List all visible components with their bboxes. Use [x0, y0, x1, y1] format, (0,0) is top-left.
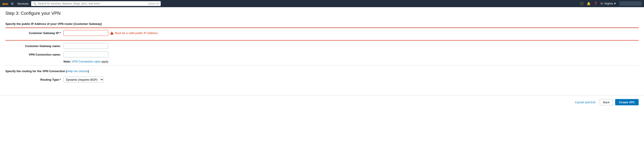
help-me-choose-link[interactable]: Help me choose	[67, 69, 88, 73]
vpn-connection-name-row: VPN Connection name:	[5, 51, 639, 58]
vpn-connection-name-label: VPN Connection name:	[5, 53, 64, 56]
top-navigation: aws ⊞ Services 🔍 [Option+S] ⬛ 🔔 ❓ N. Vir…	[0, 0, 644, 7]
routing-section-label: Specify the routing for the VPN Connecti…	[5, 69, 89, 73]
cancel-exit-button[interactable]: Cancel and Exit	[573, 99, 598, 105]
customer-gateway-ip-field-row: Customer Gateway IP:* Must be a valid pu…	[5, 30, 639, 36]
customer-gateway-name-label: Customer Gateway name:	[5, 44, 64, 48]
customer-gateway-ip-input[interactable]	[64, 30, 108, 36]
back-button[interactable]: Back	[600, 99, 613, 105]
region-selector[interactable]: N. Virginia ▼	[600, 2, 616, 5]
vpn-connection-rates-link[interactable]: VPN Connection rates	[72, 60, 100, 63]
divider	[5, 65, 639, 66]
error-message: Must be a valid public IP Address.	[110, 31, 158, 35]
terminal-icon[interactable]: ⬛	[580, 2, 584, 5]
customer-gateway-ip-label: Customer Gateway IP:*	[5, 31, 64, 35]
routing-section-header-row: Specify the routing for the VPN Connecti…	[5, 68, 639, 74]
routing-type-row: Routing Type:* Dynamic (requires BGP) St…	[5, 76, 639, 83]
error-triangle-icon	[110, 31, 114, 35]
note-row: Note: VPN Connection rates apply.	[5, 60, 639, 63]
help-icon[interactable]: ❓	[594, 2, 598, 5]
customer-gateway-name-row: Customer Gateway name:	[5, 43, 639, 49]
aws-logo[interactable]: aws	[2, 2, 8, 5]
services-nav-button[interactable]: Services	[16, 2, 30, 5]
error-text: Must be a valid public IP Address.	[115, 31, 158, 35]
note-suffix: apply.	[101, 60, 109, 63]
routing-type-label: Routing Type:*	[5, 78, 64, 81]
grid-icon[interactable]: ⊞	[10, 2, 14, 5]
account-menu[interactable]	[620, 1, 642, 6]
region-caret: ▼	[614, 2, 616, 5]
search-bar: 🔍 [Option+S]	[31, 1, 161, 6]
create-vpc-button[interactable]: Create VPC	[615, 99, 639, 105]
search-shortcut: [Option+S]	[148, 3, 159, 5]
form-section: Customer Gateway name: VPN Connection na…	[5, 41, 639, 87]
vpn-connection-name-input[interactable]	[64, 52, 108, 57]
aws-logo-text: aws	[2, 2, 8, 5]
region-label: N. Virginia	[600, 2, 613, 5]
page-content: Step 3: Configure your VPN Specify the p…	[0, 7, 644, 91]
search-input[interactable]	[38, 2, 147, 5]
customer-gateway-name-input[interactable]	[64, 43, 108, 49]
search-icon: 🔍	[33, 2, 36, 5]
section-header: Specify the public IP Address of your VP…	[5, 20, 639, 28]
bell-icon[interactable]: 🔔	[587, 2, 590, 5]
note-bold: Note:	[64, 60, 72, 63]
note-prefix: Note: VPN Connection rates apply.	[64, 60, 109, 63]
footer-actions: Cancel and Exit Back Create VPC	[0, 95, 644, 109]
customer-gateway-ip-row: Customer Gateway IP:* Must be a valid pu…	[5, 28, 639, 41]
nav-right-actions: ⬛ 🔔 ❓ N. Virginia ▼	[580, 1, 642, 6]
routing-type-select[interactable]: Dynamic (requires BGP) Static	[64, 77, 104, 82]
page-title: Step 3: Configure your VPN	[5, 11, 639, 16]
